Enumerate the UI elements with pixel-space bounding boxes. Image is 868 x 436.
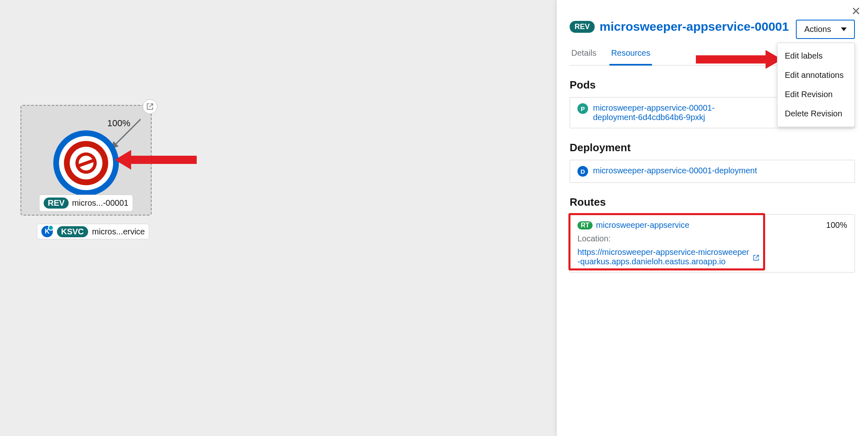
- ksvc-node-label[interactable]: K KSVC micros...ervice: [37, 224, 149, 239]
- routes-heading: Routes: [570, 196, 855, 209]
- svg-line-0: [112, 119, 141, 148]
- route-link[interactable]: microsweeper-appservice: [596, 220, 689, 230]
- pod-link[interactable]: microsweeper-appservice-00001-deployment…: [593, 103, 716, 122]
- external-link-icon[interactable]: [753, 254, 759, 260]
- topology-canvas[interactable]: 100% REV micros...-00001 K KSVC micros..…: [0, 0, 557, 436]
- close-icon[interactable]: ✕: [851, 6, 861, 17]
- svg-marker-3: [696, 50, 782, 69]
- knative-badge-icon: K: [41, 226, 53, 237]
- deployment-row: D microsweeper-appservice-00001-deployme…: [570, 160, 855, 183]
- tab-details[interactable]: Details: [570, 45, 598, 65]
- annotation-arrow-to-donut: [115, 148, 197, 172]
- menu-edit-labels[interactable]: Edit labels: [777, 46, 854, 66]
- open-url-icon[interactable]: [143, 99, 157, 114]
- route-percent: 100%: [826, 220, 847, 230]
- deployment-icon: D: [577, 166, 588, 177]
- actions-dropdown-menu: Edit labels Edit annotations Edit Revisi…: [777, 43, 855, 127]
- rev-badge: REV: [44, 198, 69, 209]
- ksvc-node-name: micros...ervice: [92, 227, 145, 236]
- route-badge: RT: [577, 221, 593, 229]
- annotation-arrow-to-menu: [696, 49, 782, 70]
- menu-edit-revision[interactable]: Edit Revision: [777, 85, 854, 104]
- menu-edit-annotations[interactable]: Edit annotations: [777, 66, 854, 85]
- svg-marker-2: [115, 150, 197, 170]
- caret-down-icon: [841, 27, 847, 31]
- panel-title: microsweeper-appservice-00001: [600, 20, 789, 34]
- deployment-link[interactable]: microsweeper-appservice-00001-deployment: [593, 166, 757, 175]
- route-location-label: Location:: [577, 234, 759, 243]
- revision-node-label[interactable]: REV micros...-00001: [39, 195, 133, 211]
- deployment-heading: Deployment: [570, 141, 855, 154]
- actions-label: Actions: [804, 25, 831, 34]
- tab-resources[interactable]: Resources: [609, 45, 652, 65]
- panel-rev-badge: REV: [570, 21, 595, 33]
- openshift-icon: [73, 150, 99, 176]
- revision-node-name: micros...-00001: [72, 198, 129, 208]
- details-side-panel: ✕ REV microsweeper-appservice-00001 Acti…: [557, 0, 868, 436]
- route-url[interactable]: https://microsweeper-appservice-microswe…: [577, 248, 750, 266]
- actions-dropdown-button[interactable]: Actions: [796, 20, 855, 39]
- pod-icon: P: [577, 103, 588, 114]
- revision-pod-donut[interactable]: [53, 130, 119, 196]
- route-row: RT microsweeper-appservice Location: htt…: [570, 214, 855, 272]
- menu-delete-revision[interactable]: Delete Revision: [777, 104, 854, 123]
- ksvc-badge: KSVC: [57, 226, 88, 237]
